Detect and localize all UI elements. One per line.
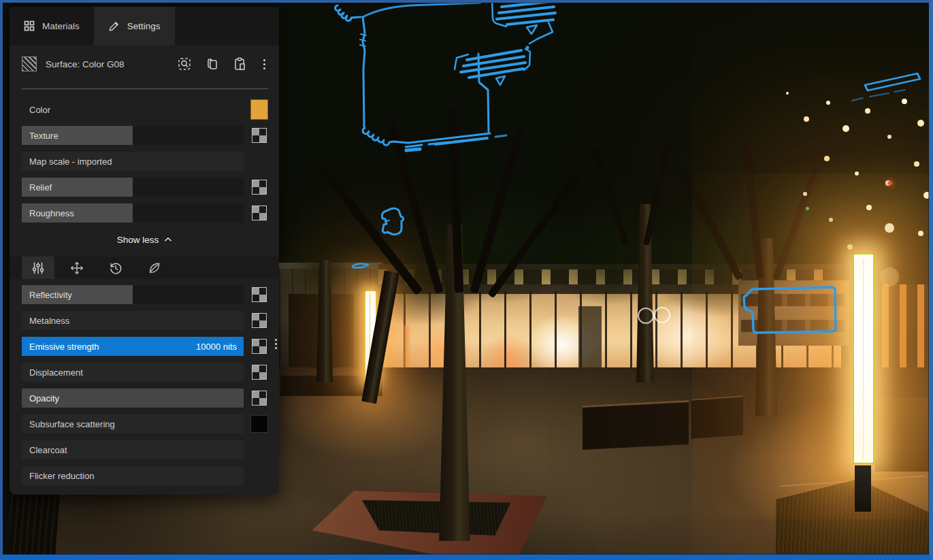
edge-sliver (3, 3, 10, 557)
row-metalness[interactable]: Metalness (22, 311, 244, 330)
tab-transform[interactable] (61, 257, 93, 279)
planter-mid (691, 395, 743, 438)
string-lights-bokeh (786, 92, 789, 95)
panel-rows-bottom: Reflectivity Metalness Emissive strength… (10, 279, 279, 485)
leaf-icon (147, 261, 162, 276)
green-light-dot (806, 207, 809, 210)
tab-label: Materials (42, 21, 80, 31)
history-icon (108, 261, 123, 276)
panel-icon-tabs (10, 257, 279, 279)
row-flicker-reduction[interactable]: Flicker reduction (22, 466, 244, 485)
color-swatch[interactable] (250, 99, 268, 120)
surface-title: Surface: Color G08 (46, 59, 176, 69)
row-opacity[interactable]: Opacity (22, 389, 244, 408)
surface-header: Surface: Color G08 (10, 45, 279, 80)
emissive-light-pillar-right[interactable] (853, 253, 874, 464)
material-hatch-swatch (22, 56, 37, 71)
planter-mid (583, 400, 689, 450)
copy-icon[interactable] (204, 56, 220, 72)
panel-tabbar: Materials Settings (10, 7, 279, 45)
row-displacement[interactable]: Displacement (22, 363, 244, 382)
emissive-value: 10000 nits (196, 342, 244, 352)
texture-slot-icon[interactable] (252, 313, 267, 328)
row-relief[interactable]: Relief (22, 178, 244, 197)
pick-material-icon[interactable] (176, 56, 193, 72)
texture-slot-icon[interactable] (252, 391, 267, 406)
texture-slot-icon[interactable] (252, 339, 267, 354)
texture-slot-icon[interactable] (252, 205, 267, 220)
row-roughness[interactable]: Roughness (22, 203, 244, 223)
texture-slot-icon[interactable] (252, 128, 267, 143)
sliders-icon (31, 261, 46, 276)
row-color[interactable]: Color (22, 100, 244, 119)
row-more-icon[interactable] (275, 339, 277, 349)
paste-icon[interactable] (232, 56, 248, 72)
tab-vegetation[interactable] (138, 257, 171, 279)
row-emissive-strength[interactable]: Emissive strength 10000 nits (22, 337, 244, 356)
chevron-up-icon (163, 235, 173, 244)
tab-history[interactable] (99, 257, 132, 279)
grid-icon (24, 20, 35, 31)
app-window: Materials Settings Surface: Color G08 (0, 0, 933, 560)
row-reflectivity[interactable]: Reflectivity (22, 285, 244, 304)
row-subsurface-scattering[interactable]: Subsurface scattering (22, 414, 244, 433)
pencil-icon (108, 20, 120, 32)
pillar-base-post (855, 465, 871, 512)
tab-label: Settings (127, 21, 161, 31)
tab-adjustments[interactable] (22, 257, 54, 279)
show-less-button[interactable]: Show less (22, 231, 268, 248)
texture-slot-icon[interactable] (252, 180, 267, 195)
tab-materials[interactable]: Materials (10, 7, 94, 45)
move-icon (69, 261, 84, 276)
background-building (738, 280, 849, 346)
row-texture[interactable]: Texture (22, 126, 244, 145)
subsurface-color-swatch[interactable] (250, 415, 268, 433)
material-editor-panel: Materials Settings Surface: Color G08 (10, 7, 279, 495)
red-light-dot (888, 181, 892, 185)
texture-slot-icon[interactable] (252, 365, 267, 380)
more-icon[interactable] (260, 56, 268, 72)
texture-slot-icon[interactable] (252, 287, 267, 302)
row-clearcoat[interactable]: Clearcoat (22, 440, 244, 459)
tab-settings[interactable]: Settings (94, 7, 175, 45)
panel-rows-top: Color Texture Map scale - imported (10, 89, 279, 248)
row-map-scale[interactable]: Map scale - imported (22, 152, 244, 171)
planter-right-wall (875, 398, 933, 472)
